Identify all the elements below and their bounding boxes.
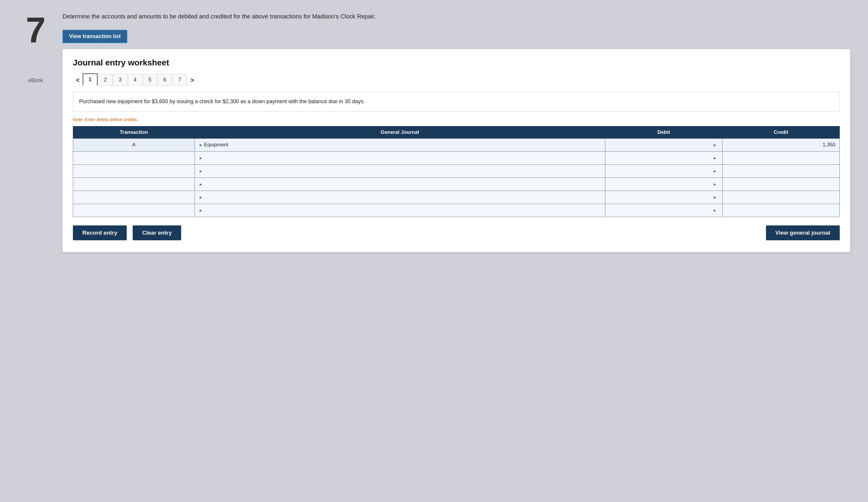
instruction-text: Determine the accounts and amounts to be… — [62, 12, 850, 21]
table-row: ► ► — [73, 151, 840, 165]
tab-2[interactable]: 2 — [98, 74, 112, 86]
worksheet-title: Journal entry worksheet — [73, 58, 840, 67]
clear-entry-button[interactable]: Clear entry — [133, 226, 181, 240]
row-4-credit[interactable] — [722, 178, 839, 191]
journal-table: Transaction General Journal Debit Credit… — [73, 126, 840, 217]
row-2-transaction — [73, 151, 195, 165]
tabs-row: < 1 2 3 4 5 6 7 > — [73, 73, 840, 86]
row-3-transaction — [73, 165, 195, 178]
col-header-debit: Debit — [605, 126, 722, 138]
row-6-debit[interactable]: ► — [605, 204, 722, 217]
view-transaction-list-button[interactable]: View transaction list — [62, 30, 127, 43]
row-2-general-journal[interactable]: ► — [195, 151, 605, 165]
row-3-credit[interactable] — [722, 165, 839, 178]
row-1-debit[interactable]: ► — [605, 138, 722, 151]
row-6-transaction — [73, 204, 195, 217]
col-header-credit: Credit — [722, 126, 839, 138]
tab-prev-button[interactable]: < — [73, 75, 83, 86]
row-4-transaction — [73, 178, 195, 191]
tab-6[interactable]: 6 — [158, 74, 172, 86]
worksheet-card: Journal entry worksheet < 1 2 3 4 5 6 7 … — [62, 49, 850, 252]
row-6-general-journal[interactable]: ► — [195, 204, 605, 217]
col-header-transaction: Transaction — [73, 126, 195, 138]
tab-1[interactable]: 1 — [83, 73, 97, 86]
row-3-general-journal[interactable]: ► — [195, 165, 605, 178]
row-5-transaction — [73, 191, 195, 204]
view-general-journal-button[interactable]: View general journal — [766, 226, 840, 240]
action-buttons-row: Record entry Clear entry View general jo… — [73, 226, 840, 240]
table-row: ► ► — [73, 165, 840, 178]
transaction-description: Purchased new equipment for $3,650 by is… — [73, 92, 840, 112]
tab-5[interactable]: 5 — [143, 74, 157, 86]
step-number: 7 — [26, 12, 46, 48]
ebook-label: eBook — [28, 77, 43, 84]
row-1-general-journal[interactable]: ►Equipment — [195, 138, 605, 151]
tab-7[interactable]: 7 — [173, 74, 187, 86]
note-text: Note: Enter debits before credits. — [73, 117, 840, 122]
row-2-debit[interactable]: ► — [605, 151, 722, 165]
row-1-transaction: A — [73, 138, 195, 151]
row-6-credit[interactable] — [722, 204, 839, 217]
row-5-general-journal[interactable]: ► — [195, 191, 605, 204]
table-row: A ►Equipment ► 1,350 — [73, 138, 840, 151]
row-5-debit[interactable]: ► — [605, 191, 722, 204]
row-3-debit[interactable]: ► — [605, 165, 722, 178]
row-5-credit[interactable] — [722, 191, 839, 204]
tab-4[interactable]: 4 — [128, 74, 142, 86]
record-entry-button[interactable]: Record entry — [73, 226, 127, 240]
table-row: ► ► — [73, 204, 840, 217]
row-4-general-journal[interactable]: ► — [195, 178, 605, 191]
row-4-debit[interactable]: ► — [605, 178, 722, 191]
row-2-credit[interactable] — [722, 151, 839, 165]
col-header-general-journal: General Journal — [195, 126, 605, 138]
tab-3[interactable]: 3 — [113, 74, 127, 86]
row-1-credit[interactable]: 1,350 — [722, 138, 839, 151]
table-row: ► ► — [73, 191, 840, 204]
table-row: ► ► — [73, 178, 840, 191]
tab-next-button[interactable]: > — [187, 75, 197, 86]
